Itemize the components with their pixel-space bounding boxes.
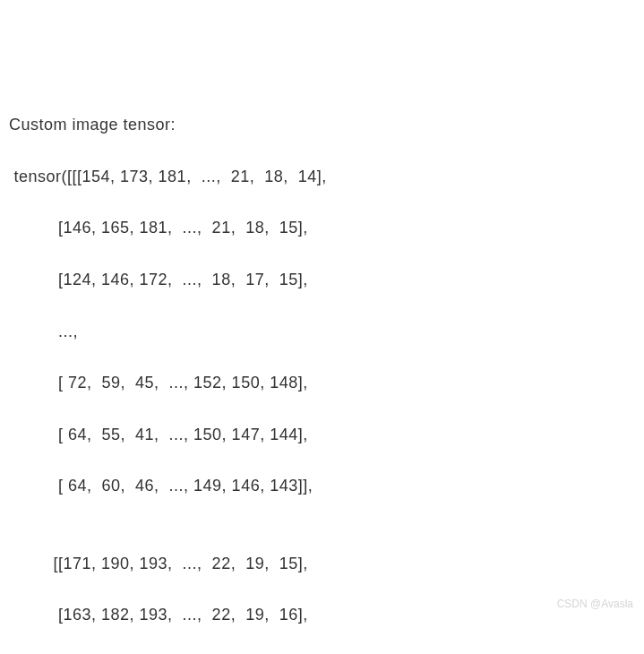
- output-line: Custom image tensor:: [9, 112, 635, 138]
- output-line: [ 64, 55, 41, ..., 150, 147, 144],: [9, 422, 635, 448]
- output-line: [[171, 190, 193, ..., 22, 19, 15],: [9, 551, 635, 577]
- output-line: [124, 146, 172, ..., 18, 17, 15],: [9, 267, 635, 293]
- output-line: ...,: [9, 319, 635, 345]
- output-line: [ 72, 59, 45, ..., 152, 150, 148],: [9, 370, 635, 396]
- watermark-text: CSDN @Avasla: [557, 596, 633, 613]
- output-line: tensor([[[154, 173, 181, ..., 21, 18, 14…: [9, 164, 635, 190]
- output-line: [ 64, 60, 46, ..., 149, 146, 143]],: [9, 473, 635, 499]
- output-line: [163, 182, 193, ..., 22, 19, 16],: [9, 602, 635, 628]
- output-line: [146, 165, 181, ..., 21, 18, 15],: [9, 215, 635, 241]
